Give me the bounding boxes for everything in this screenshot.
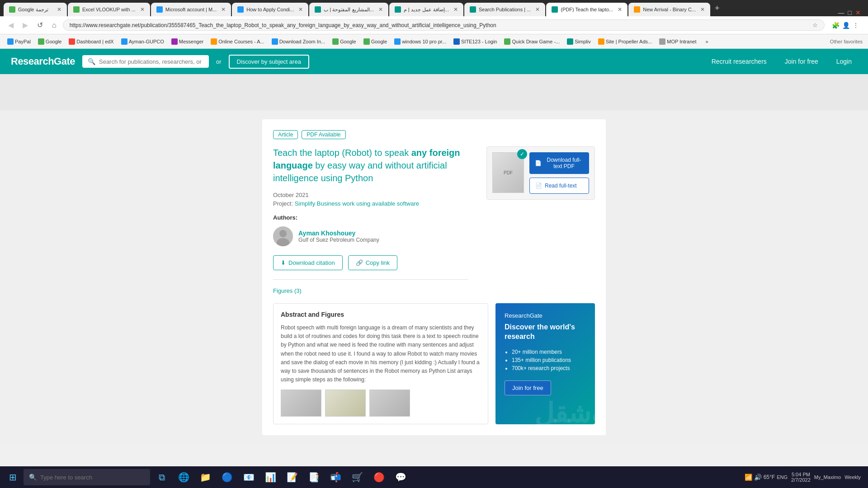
bookmark-online-courses[interactable]: Online Courses - A... [209,38,266,46]
tab-new-arrival[interactable]: New Arrival - Binary C... ✕ [628,3,710,16]
rg-search-box[interactable]: 🔍 [82,55,209,68]
copy-link-button[interactable]: 🔗 Copy link [348,255,397,270]
figures-link[interactable]: Figures (3) [273,287,302,294]
bookmark-star-icon[interactable]: ☆ [812,22,818,28]
account-icon[interactable]: 👤 [842,22,850,29]
tab-close-icon[interactable]: ✕ [298,6,303,13]
tab-bar: Google ترجمة ✕ Excel VLOOKUP with ... ✕ … [0,0,868,16]
bookmark-favicon [394,38,401,45]
promo-watermark: وشقل [534,397,595,424]
tab-close-icon[interactable]: ✕ [618,6,622,13]
bookmark-google2[interactable]: Google [330,38,358,46]
discover-button[interactable]: Discover by subject area [229,55,309,69]
forward-button[interactable]: ▶ [20,20,31,30]
paper-card: Article PDF Available Teach the laptop (… [262,119,606,435]
tab-close-icon[interactable]: ✕ [453,6,458,13]
promo-item-1: 20+ million members [512,349,586,355]
author-name[interactable]: Ayman Khoshouey [298,230,379,237]
bookmark-mop[interactable]: MOP Intranet [657,38,698,46]
bookmark-google3[interactable]: Google [362,38,389,46]
refresh-button[interactable]: ↺ [34,20,46,30]
promo-title: Discover the world's research [505,323,586,342]
promo-item-2: 135+ million publications [512,357,586,363]
maximize-icon[interactable]: □ [848,9,852,16]
abstract-title: Abstract and Figures [281,311,481,318]
tab-ms[interactable]: Microsoft account | M... ✕ [151,3,231,16]
abstract-text: Robot speech with multi foreign language… [281,324,481,384]
other-favorites-label[interactable]: Other favorites [830,39,863,44]
bookmark-site123[interactable]: SITE123 - Login [452,38,499,46]
tab-close-icon[interactable]: ✕ [57,6,61,13]
bookmark-label: Ayman-GUPCO [129,39,164,44]
tab-google-translate[interactable]: Google ترجمة ✕ [4,3,67,16]
bookmark-google[interactable]: Google [36,38,63,46]
bookmark-propeller[interactable]: Site | Propeller Ads... [596,38,654,46]
search-input[interactable] [99,58,203,65]
paper-title: Teach the laptop (Robot) to speak any fo… [273,146,468,184]
read-fulltext-button[interactable]: 📄 Read full-text [529,178,589,194]
copy-link-label: Copy link [366,259,390,266]
tab-excel[interactable]: Excel VLOOKUP with ... ✕ [68,3,150,16]
project-link[interactable]: Simplify Business work using available s… [295,200,419,207]
tab-close-icon[interactable]: ✕ [700,6,705,13]
figure-thumb-2 [325,389,366,417]
bookmark-label: windows 10 pro pr... [402,39,446,44]
bookmark-messenger[interactable]: Messenger [170,38,205,46]
tab-favicon [552,6,558,13]
extensions-icon[interactable]: 🧩 [832,22,840,29]
tab-close-icon[interactable]: ✕ [140,6,145,13]
bookmarks-bar: PayPal Google Dashboard | edX Ayman-GUPC… [0,34,868,49]
tab-label: Microsoft account | M... [165,7,217,12]
new-tab-button[interactable]: + [711,4,723,13]
tab-favicon [73,6,80,13]
tab-search-publications[interactable]: Search Publications | ... ✕ [464,3,545,16]
tab-favicon [395,6,401,13]
lower-section: Abstract and Figures Robot speech with m… [273,303,595,424]
bookmark-download-zoom[interactable]: Download Zoom In... [270,38,327,46]
gray-banner [0,74,868,110]
window-controls: — □ ✕ [838,9,864,16]
back-button[interactable]: ◀ [5,20,16,30]
bookmark-ayman[interactable]: Ayman-GUPCO [119,38,166,46]
figure-thumb-1 [281,389,321,417]
tab-close-icon[interactable]: ✕ [378,6,383,13]
home-button[interactable]: ⌂ [49,20,59,30]
download-citation-button[interactable]: ⬇ Download citation [273,255,343,270]
tab-projects[interactable]: المشاريع المفتوحة | ب... ✕ [309,3,388,16]
tab-close-icon[interactable]: ✕ [221,6,226,13]
bookmark-label: Download Zoom In... [279,39,326,44]
bookmark-windows[interactable]: windows 10 pro pr... [392,38,448,46]
browser-window: Google ترجمة ✕ Excel VLOOKUP with ... ✕ … [0,0,868,49]
link-icon: 🔗 [356,259,363,266]
address-bar: ◀ ▶ ↺ ⌂ https://www.researchgate.net/pub… [0,16,868,34]
join-for-free-header-button[interactable]: Join for free [779,55,824,68]
promo-list: 20+ million members 135+ million publica… [505,349,586,371]
tab-how-to[interactable]: How to Apply Condi... ✕ [232,3,308,16]
bookmarks-more[interactable]: » [703,38,710,45]
url-icons: ☆ [812,22,818,28]
tab-close-icon[interactable]: ✕ [535,6,540,13]
paper-left: Teach the laptop (Robot) to speak any fo… [273,146,468,294]
bookmark-quick-draw[interactable]: Quick Draw Game -... [502,38,561,46]
tab-label: How to Apply Condi... [246,7,294,12]
bookmark-paypal[interactable]: PayPal [5,38,33,46]
author-info: Ayman Khoshouey Gulf of Suez Petroleum C… [298,230,379,243]
close-icon[interactable]: ✕ [855,9,861,16]
promo-join-button[interactable]: Join for free [505,380,551,395]
promo-item-3: 700k+ research projects [512,365,586,371]
download-icon: ⬇ [281,259,286,266]
download-fulltext-button[interactable]: 📄 Download full-text PDF [529,152,589,174]
bookmark-label: MOP Intranet [667,39,696,44]
bookmark-simpliv[interactable]: Simpliv [565,38,592,46]
login-button[interactable]: Login [831,55,857,68]
recruit-researchers-button[interactable]: Recruit researchers [706,55,772,68]
menu-icon[interactable]: ⋮ [853,22,859,29]
bookmark-favicon [121,38,127,45]
bookmark-edx[interactable]: Dashboard | edX [67,38,115,46]
tab-pdf-teach[interactable]: (PDF) Teach the lapto... ✕ [546,3,627,16]
tab-add-work[interactable]: إضافة عمل جديد | م... ✕ [389,3,463,16]
download-fulltext-label: Download full-text PDF [544,157,584,169]
minimize-icon[interactable]: — [838,9,844,16]
bookmark-favicon [69,38,75,45]
url-box[interactable]: https://www.researchgate.net/publication… [63,19,825,31]
